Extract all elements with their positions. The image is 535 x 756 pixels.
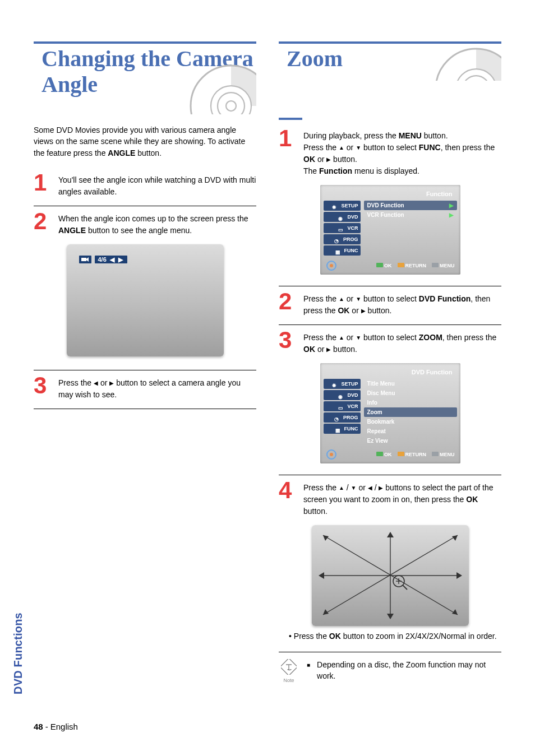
svg-marker-22 — [387, 532, 394, 537]
osd-button-bar: OK RETURN MENU — [324, 446, 457, 461]
clock-icon: ◔ — [334, 414, 342, 421]
dvd-icon: ◉ — [338, 214, 346, 220]
vcr-icon: ▭ — [338, 225, 346, 231]
gear-icon: ✹ — [332, 202, 340, 209]
osd-dvd-function-menu: DVD Function ✹SETUP ◉DVD ▭VCR ◔PROG ▦FUN… — [320, 363, 460, 463]
step-number: 3 — [279, 330, 296, 355]
page-language: English — [50, 722, 78, 731]
step-block: 4 Press the ▲ / ▼ or ◀ / ▶ buttons to se… — [279, 475, 501, 517]
step-block: 3 Press the ◀ or ▶ button to select a ca… — [34, 370, 256, 401]
osd-function-menu: Function ✹SETUP ◉DVD ▭VCR ◔PROG ▦FUNC DV… — [320, 185, 460, 275]
angle-counter: 4/6 — [98, 256, 107, 263]
svg-point-8 — [463, 76, 490, 81]
zoom-target-mock — [312, 525, 469, 626]
svg-line-27 — [403, 585, 407, 590]
osd-side-item: ▭VCR — [324, 223, 361, 233]
osd-side-item: ▦FUNC — [324, 245, 361, 256]
step-block: 3 Press the ▲ or ▼ button to select ZOOM… — [279, 324, 501, 355]
left-column: Changing the Camera Angle Some DVD Movie… — [34, 41, 256, 683]
note-text: Depending on a disc, the Zoom function m… — [317, 659, 501, 683]
osd-row: DVD Function▶ — [364, 201, 457, 210]
camera-icon — [79, 256, 91, 263]
osd-row: Ez View — [364, 436, 457, 446]
osd-side-item: ▭VCR — [324, 401, 361, 411]
dpad-icon — [326, 260, 337, 271]
left-title-block: Changing the Camera Angle — [34, 41, 256, 114]
angle-osd: 4/6 ◀ ▶ — [79, 256, 211, 263]
left-right-arrows-icon: ◀ ▶ — [110, 256, 124, 263]
note-icon — [281, 659, 297, 675]
step-block: 2 Press the ▲ or ▼ button to select DVD … — [279, 286, 501, 317]
step-number: 4 — [279, 480, 296, 517]
step-text: Press the ▲ or ▼ button to select ZOOM, … — [303, 330, 501, 355]
gear-icon: ✹ — [332, 381, 340, 387]
osd-side-item: ▦FUNC — [324, 424, 361, 434]
osd-row: Zoom — [364, 407, 457, 417]
func-icon: ▦ — [335, 425, 343, 432]
step-text: Press the ▲ / ▼ or ◀ / ▶ buttons to sele… — [303, 480, 501, 517]
vcr-icon: ▭ — [338, 403, 346, 410]
step-number: 1 — [279, 128, 296, 177]
osd-row: Title Menu — [364, 379, 457, 388]
osd-row: Disc Menu — [364, 388, 457, 398]
left-intro: Some DVD Movies provide you with various… — [34, 124, 256, 159]
square-bullet-icon: ■ — [307, 659, 310, 683]
osd-row: VCR Function▶ — [364, 210, 457, 220]
func-icon: ▦ — [335, 247, 343, 254]
clock-icon: ◔ — [334, 236, 342, 243]
osd-side-item: ◔PROG — [324, 234, 361, 244]
right-column: Zoom 1 During playback, press the MENU b… — [279, 41, 501, 683]
svg-marker-23 — [387, 614, 394, 619]
osd-side-item: ◉DVD — [324, 390, 361, 400]
osd-row: Bookmark — [364, 417, 457, 426]
osd-side-item: ◔PROG — [324, 412, 361, 423]
step-text: Press the ▲ or ▼ button to select DVD Fu… — [303, 291, 501, 317]
step-text: During playback, press the MENU button.P… — [303, 128, 501, 177]
step-number: 2 — [34, 211, 50, 236]
osd-side-item: ✹SETUP — [324, 379, 361, 389]
angle-tv-mock: 4/6 ◀ ▶ — [67, 244, 224, 356]
svg-marker-25 — [456, 572, 462, 579]
svg-rect-4 — [81, 258, 86, 261]
section-tab: DVD Functions — [12, 613, 25, 694]
osd-side-item: ◉DVD — [324, 212, 361, 222]
osd-row: Info — [364, 398, 457, 407]
note-label: Note — [279, 678, 299, 683]
osd-title: DVD Function — [324, 367, 457, 379]
dpad-icon — [326, 449, 337, 460]
accent-bar — [279, 118, 302, 120]
svg-point-3 — [226, 101, 236, 111]
step-text: You'll see the angle icon while watching… — [58, 172, 256, 198]
disc-graphic — [434, 47, 501, 81]
step-block: 1 During playback, press the MENU button… — [279, 128, 501, 177]
disc-graphic — [189, 64, 256, 114]
step-block: 2 When the angle icon comes up to the sc… — [34, 206, 256, 236]
step-number: 3 — [34, 375, 50, 401]
zoom-cycle-note: • Press the OK button to zoom in 2X/4X/2… — [289, 632, 501, 641]
step-text: When the angle icon comes up to the scre… — [58, 211, 256, 236]
osd-title: Function — [324, 188, 457, 201]
step-text: Press the ◀ or ▶ button to select a came… — [58, 375, 256, 401]
dvd-icon: ◉ — [338, 392, 346, 398]
note-block: Note ■ Depending on a disc, the Zoom fun… — [279, 652, 501, 683]
svg-point-13 — [330, 453, 333, 456]
right-title-block: Zoom — [279, 41, 501, 81]
svg-marker-5 — [86, 257, 89, 262]
step-number: 2 — [279, 291, 296, 317]
osd-row: Repeat — [364, 426, 457, 436]
step-block: 1 You'll see the angle icon while watchi… — [34, 172, 256, 198]
page-number: 48 — [34, 722, 43, 731]
page-footer: 48-English — [34, 722, 78, 731]
step-number: 1 — [34, 172, 50, 198]
osd-side-item: ✹SETUP — [324, 201, 361, 211]
svg-marker-24 — [319, 572, 324, 579]
osd-button-bar: OK RETURN MENU — [324, 257, 457, 272]
svg-point-11 — [330, 264, 333, 267]
